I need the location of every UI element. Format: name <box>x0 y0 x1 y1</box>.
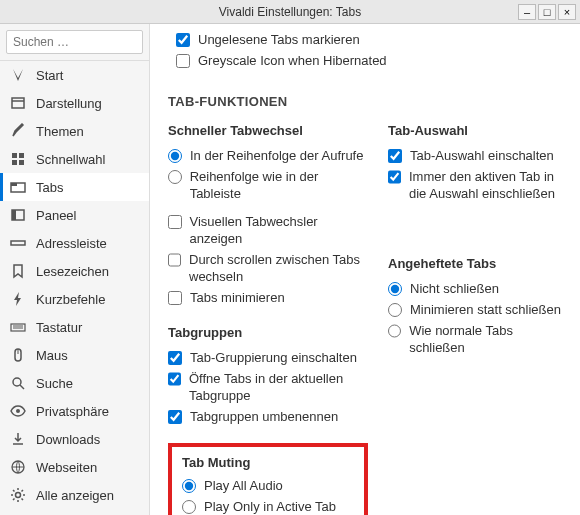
sidebar-item-search[interactable]: Suche <box>0 369 149 397</box>
tabswitch-title: Schneller Tabwechsel <box>168 123 368 138</box>
label-normal-close: Wie normale Tabs schließen <box>409 323 562 357</box>
tabgroups-title: Tabgruppen <box>168 325 368 340</box>
sidebar-item-label: Darstellung <box>36 96 102 111</box>
search-input[interactable] <box>6 30 143 54</box>
sidebar-item-start[interactable]: Start <box>0 61 149 89</box>
svg-point-16 <box>13 378 21 386</box>
checkbox-group-enable[interactable] <box>168 351 182 365</box>
gear-icon <box>10 487 26 503</box>
addressbar-icon <box>10 235 26 251</box>
checkbox-include-active[interactable] <box>388 170 401 184</box>
label-tab-order: Reihenfolge wie in der Tableiste <box>190 169 368 203</box>
window-controls: – □ × <box>518 4 576 20</box>
sidebar-item-label: Adressleiste <box>36 236 107 251</box>
mouse-icon <box>10 347 26 363</box>
sidebar-item-bookmarks[interactable]: Lesezeichen <box>0 257 149 285</box>
label-no-close: Nicht schließen <box>410 281 499 298</box>
vivaldi-icon <box>10 67 26 83</box>
radio-call-order[interactable] <box>168 149 182 163</box>
sidebar-item-downloads[interactable]: Downloads <box>0 425 149 453</box>
radio-tab-order[interactable] <box>168 170 182 184</box>
sidebar-item-appearance[interactable]: Darstellung <box>0 89 149 117</box>
download-icon <box>10 431 26 447</box>
sidebar-item-label: Kurzbefehle <box>36 292 105 307</box>
label-unread-tabs: Ungelesene Tabs markieren <box>198 32 360 49</box>
sidebar-item-addressbar[interactable]: Adressleiste <box>0 229 149 257</box>
radio-min-close[interactable] <box>388 303 402 317</box>
keyboard-icon <box>10 319 26 335</box>
sidebar-item-label: Schnellwahl <box>36 152 105 167</box>
sidebar-item-themes[interactable]: Themen <box>0 117 149 145</box>
svg-rect-0 <box>12 98 24 108</box>
sidebar-item-label: Tabs <box>36 180 63 195</box>
label-select-enable: Tab-Auswahl einschalten <box>410 148 554 165</box>
sidebar-item-panel[interactable]: Paneel <box>0 201 149 229</box>
checkbox-unread-tabs[interactable] <box>176 33 190 47</box>
search-icon <box>10 375 26 391</box>
sidebar-item-label: Suche <box>36 376 73 391</box>
sidebar-item-label: Webseiten <box>36 460 97 475</box>
panel-icon <box>10 207 26 223</box>
radio-active-only[interactable] <box>182 500 196 514</box>
tabmuting-title: Tab Muting <box>182 455 354 470</box>
label-include-active: Immer den aktiven Tab in die Auswahl ein… <box>409 169 562 203</box>
label-rename-groups: Tabgruppen umbenennen <box>190 409 338 426</box>
label-call-order: In der Reihenfolge der Aufrufe <box>190 148 363 165</box>
label-group-enable: Tab-Gruppierung einschalten <box>190 350 357 367</box>
checkbox-greyscale[interactable] <box>176 54 190 68</box>
sidebar-item-label: Tastatur <box>36 320 82 335</box>
sidebar-item-keyboard[interactable]: Tastatur <box>0 313 149 341</box>
sidebar-item-label: Themen <box>36 124 84 139</box>
sidebar-item-websites[interactable]: Webseiten <box>0 453 149 481</box>
tabs-icon <box>10 179 26 195</box>
sidebar-item-label: Privatsphäre <box>36 404 109 419</box>
nav-list: Start Darstellung Themen Schnellwahl Tab… <box>0 61 149 509</box>
sidebar-item-tabs[interactable]: Tabs <box>0 173 149 201</box>
svg-rect-10 <box>11 241 25 245</box>
maximize-button[interactable]: □ <box>538 4 556 20</box>
sidebar-item-speeddial[interactable]: Schnellwahl <box>0 145 149 173</box>
svg-line-17 <box>20 385 24 389</box>
globe-icon <box>10 459 26 475</box>
svg-rect-3 <box>19 153 24 158</box>
sidebar-item-showall[interactable]: Alle anzeigen <box>0 481 149 509</box>
checkbox-minimize-tabs[interactable] <box>168 291 182 305</box>
lightning-icon <box>10 291 26 307</box>
tab-muting-highlight: Tab Muting Play All Audio Play Only in A… <box>168 443 368 515</box>
svg-rect-4 <box>12 160 17 165</box>
label-open-current-group: Öffne Tabs in der aktuellen Tabgruppe <box>189 371 368 405</box>
checkbox-select-enable[interactable] <box>388 149 402 163</box>
sidebar-item-label: Maus <box>36 348 68 363</box>
sidebar-item-privacy[interactable]: Privatsphäre <box>0 397 149 425</box>
sidebar-item-mouse[interactable]: Maus <box>0 341 149 369</box>
window-icon <box>10 95 26 111</box>
label-minimize-tabs: Tabs minimieren <box>190 290 285 307</box>
svg-point-18 <box>16 409 20 413</box>
sidebar-item-label: Paneel <box>36 208 76 223</box>
sidebar-item-shortcuts[interactable]: Kurzbefehle <box>0 285 149 313</box>
eye-icon <box>10 403 26 419</box>
svg-rect-7 <box>11 183 17 186</box>
titlebar: Vivaldi Einstellungen: Tabs – □ × <box>0 0 580 24</box>
sidebar: Start Darstellung Themen Schnellwahl Tab… <box>0 24 150 515</box>
svg-rect-9 <box>12 210 16 220</box>
label-scroll-tabs: Durch scrollen zwischen Tabs wechseln <box>189 252 368 286</box>
checkbox-rename-groups[interactable] <box>168 410 182 424</box>
checkbox-visual-switcher[interactable] <box>168 215 182 229</box>
radio-play-all[interactable] <box>182 479 196 493</box>
close-button[interactable]: × <box>558 4 576 20</box>
radio-no-close[interactable] <box>388 282 402 296</box>
minimize-button[interactable]: – <box>518 4 536 20</box>
checkbox-scroll-tabs[interactable] <box>168 253 181 267</box>
label-visual-switcher: Visuellen Tabwechsler anzeigen <box>190 214 368 248</box>
radio-normal-close[interactable] <box>388 324 401 338</box>
grid-icon <box>10 151 26 167</box>
bookmark-icon <box>10 263 26 279</box>
section-title: TAB-FUNKTIONEN <box>168 94 562 109</box>
label-play-all: Play All Audio <box>204 478 283 495</box>
checkbox-open-current-group[interactable] <box>168 372 181 386</box>
sidebar-item-label: Downloads <box>36 432 100 447</box>
sidebar-item-label: Start <box>36 68 63 83</box>
svg-rect-2 <box>12 153 17 158</box>
content-area: Ungelesene Tabs markieren Greyscale Icon… <box>150 24 580 515</box>
